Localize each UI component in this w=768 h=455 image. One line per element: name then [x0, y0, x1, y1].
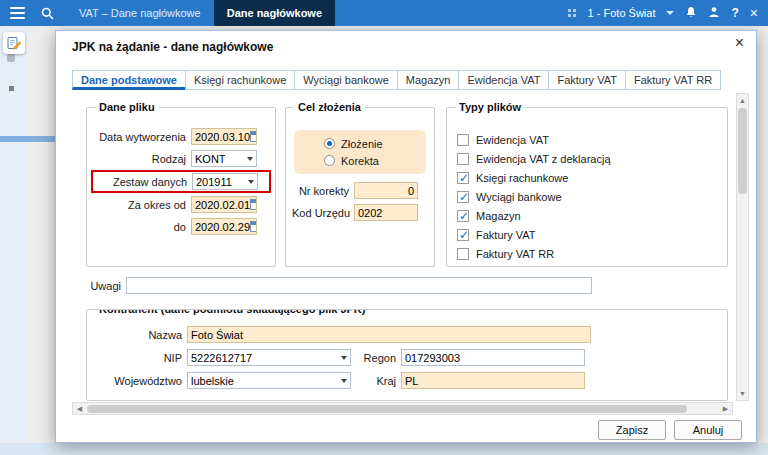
form-row: do 2020.02.29 [93, 218, 269, 235]
topbar-tab-vat-dane-naglowkowe[interactable]: VAT – Dane nagłówkowe [66, 0, 214, 26]
checkbox-icon[interactable] [457, 229, 469, 241]
form-row: Uwagi [86, 277, 592, 294]
dialog-title: JPK na żądanie - dane nagłówkowe [72, 40, 273, 54]
checkbox-icon[interactable] [457, 210, 469, 222]
kod-urzedu-input[interactable]: 0202 [354, 204, 418, 221]
checkbox-wyciagi-bankowe[interactable]: Wyciągi bankowe [457, 187, 727, 206]
checkbox-ksiegi-rachunkowe[interactable]: Księgi rachunkowe [457, 168, 727, 187]
form-row: Rodzaj KONT [93, 150, 269, 167]
field-value: 2020.03.10 [195, 131, 250, 143]
dialog-close-icon[interactable]: × [735, 35, 744, 51]
checkbox-ewidencja-vat-z-deklaracja[interactable]: Ewidencja VAT z deklaracją [457, 149, 727, 168]
tab-ewidencja-vat[interactable]: Ewidencja VAT [458, 70, 549, 90]
group-legend: Dane pliku [95, 101, 159, 113]
scroll-up-icon[interactable] [737, 95, 748, 106]
chevron-down-icon[interactable] [666, 11, 674, 15]
checkbox-icon[interactable] [457, 248, 469, 260]
background-selected-row [0, 136, 55, 142]
checkbox-magazyn[interactable]: Magazyn [457, 206, 727, 225]
cel-radio-panel: Złożenie Korekta [294, 130, 426, 174]
form-row: Za okres od 2020.02.01 [93, 196, 269, 213]
field-value: Foto Świat [191, 329, 243, 341]
bell-icon[interactable] [685, 6, 697, 21]
field-value: 5222612717 [191, 352, 252, 364]
calendar-icon[interactable] [250, 199, 257, 210]
search-icon[interactable] [41, 7, 54, 20]
zestaw-danych-highlight: Zestaw danych 201911 [91, 170, 271, 193]
checkbox-icon[interactable] [457, 134, 469, 146]
help-icon[interactable]: ? [731, 6, 738, 20]
group-legend: Typy plików [455, 101, 525, 113]
radio-icon[interactable] [324, 138, 335, 149]
application-window: VAT – Dane nagłówkowe Dane nagłówkowe 1 … [0, 0, 768, 455]
field-label: Województwo [95, 375, 187, 387]
user-icon[interactable] [708, 6, 720, 20]
field-label: Nr korekty [292, 185, 354, 197]
form-row: Kod Urzędu 0202 [292, 204, 428, 221]
checkbox-label: Ewidencja VAT z deklaracją [476, 153, 611, 165]
tab-wyciagi-bankowe[interactable]: Wyciągi bankowe [294, 70, 398, 90]
nr-korekty-input[interactable]: 0 [354, 182, 418, 199]
checkbox-faktury-vat[interactable]: Faktury VAT [457, 225, 727, 244]
uwagi-input[interactable] [126, 277, 592, 294]
checkbox-icon[interactable] [457, 172, 469, 184]
wojewodztwo-dropdown[interactable]: lubelskie [187, 372, 351, 389]
calendar-icon[interactable] [250, 131, 257, 142]
note-edit-icon[interactable] [3, 32, 25, 54]
form-row: Województwo lubelskie Kraj PL [95, 372, 719, 389]
file-types-list: Ewidencja VAT Ewidencja VAT z deklaracją… [447, 108, 727, 263]
radio-zlozenie[interactable]: Złożenie [324, 135, 422, 152]
group-dane-pliku: Dane pliku Data wytworzenia 2020.03.10 R… [86, 107, 276, 267]
checkbox-icon[interactable] [457, 191, 469, 203]
save-button[interactable]: Zapisz [598, 420, 666, 440]
tab-faktury-vat-rr[interactable]: Faktury VAT RR [625, 70, 721, 90]
regon-input[interactable]: 017293003 [401, 349, 585, 366]
checkbox-label: Księgi rachunkowe [476, 172, 568, 184]
rodzaj-dropdown[interactable]: KONT [191, 150, 257, 167]
nip-dropdown[interactable]: 5222612717 [187, 349, 351, 366]
group-cel-zlozenia: Cel złożenia Złożenie Korekta Nr korekty… [285, 107, 435, 267]
radio-korekta[interactable]: Korekta [324, 152, 422, 169]
chevron-down-icon [248, 180, 254, 184]
checkbox-faktury-vat-rr[interactable]: Faktury VAT RR [457, 244, 727, 263]
group-kontrahent: Kontrahent (dane podmiotu składającego p… [86, 309, 728, 401]
scroll-down-icon[interactable] [737, 388, 748, 399]
tab-magazyn[interactable]: Magazyn [397, 70, 460, 90]
zestaw-danych-dropdown[interactable]: 201911 [192, 173, 258, 190]
background-bottom-strip [0, 443, 768, 455]
scroll-left-icon[interactable] [74, 403, 85, 414]
nazwa-input[interactable]: Foto Świat [187, 326, 591, 343]
calendar-icon[interactable] [250, 221, 257, 232]
horizontal-scrollbar-thumb[interactable] [87, 405, 687, 413]
scroll-right-icon[interactable] [720, 403, 731, 414]
radio-icon[interactable] [324, 155, 335, 166]
top-bar: VAT – Dane nagłówkowe Dane nagłówkowe 1 … [0, 0, 768, 26]
za-okres-od-input[interactable]: 2020.02.01 [191, 196, 257, 213]
topbar-tab-dane-naglowkowe[interactable]: Dane nagłówkowe [214, 0, 335, 26]
checkbox-icon[interactable] [457, 153, 469, 165]
kraj-input[interactable]: PL [401, 372, 585, 389]
radio-label: Złożenie [341, 138, 383, 150]
checkbox-ewidencja-vat[interactable]: Ewidencja VAT [457, 130, 727, 149]
vertical-scrollbar-thumb[interactable] [738, 108, 747, 194]
company-selector[interactable]: 1 - Foto Świat [588, 7, 656, 19]
data-wytworzenia-input[interactable]: 2020.03.10 [191, 128, 257, 145]
field-label: Uwagi [86, 280, 126, 292]
chevron-down-icon [247, 157, 253, 161]
background-remnant [7, 54, 15, 62]
vertical-scrollbar[interactable] [736, 93, 749, 401]
background-sidebar [0, 26, 28, 443]
bell-glyph [685, 6, 697, 19]
chevron-down-icon [341, 356, 347, 360]
app-close-icon[interactable]: × [750, 5, 758, 21]
tab-dane-podstawowe[interactable]: Dane podstawowe [72, 70, 186, 90]
hamburger-menu-icon[interactable] [10, 7, 25, 19]
cancel-button[interactable]: Anuluj [674, 420, 742, 440]
za-okres-do-input[interactable]: 2020.02.29 [191, 218, 257, 235]
horizontal-scrollbar[interactable] [72, 402, 733, 415]
field-label: do [93, 221, 191, 233]
tab-ksiegi-rachunkowe[interactable]: Księgi rachunkowe [185, 70, 295, 90]
tab-faktury-vat[interactable]: Faktury VAT [548, 70, 626, 90]
field-label: Regon [351, 352, 401, 364]
field-value: lubelskie [191, 375, 234, 387]
